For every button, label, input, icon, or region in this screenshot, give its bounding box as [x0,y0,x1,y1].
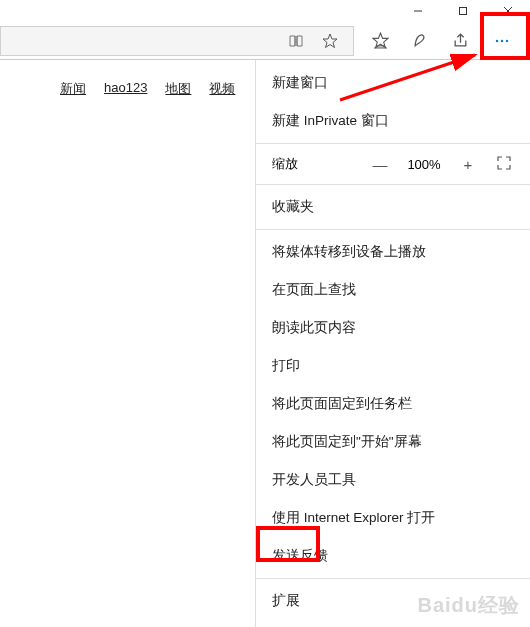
svg-point-7 [501,39,503,41]
address-bar[interactable] [0,26,354,56]
watermark: Baidu经验 [417,592,520,619]
menu-pin-taskbar[interactable]: 将此页面固定到任务栏 [256,385,530,423]
more-menu-button[interactable] [480,23,524,59]
link-hao123[interactable]: hao123 [104,80,147,98]
link-news[interactable]: 新闻 [60,80,86,98]
minimize-button[interactable] [395,0,440,22]
menu-read-aloud[interactable]: 朗读此页内容 [256,309,530,347]
svg-rect-1 [459,8,466,15]
toolbar-actions [360,23,524,59]
zoom-value: 100% [402,157,446,172]
fullscreen-button[interactable] [490,156,518,173]
zoom-out-button[interactable]: — [366,156,394,173]
svg-point-6 [496,39,498,41]
menu-favorites[interactable]: 收藏夹 [256,188,530,226]
menu-feedback[interactable]: 发送反馈 [256,537,530,575]
settings-menu: 新建窗口 新建 InPrivate 窗口 缩放 — 100% + 收藏夹 将媒体… [255,60,530,627]
close-button[interactable] [485,0,530,22]
browser-toolbar [0,22,530,60]
favorite-star-icon[interactable] [313,26,347,56]
link-video[interactable]: 视频 [209,80,235,98]
favorites-hub-icon[interactable] [360,23,400,59]
menu-separator [256,143,530,144]
menu-cast[interactable]: 将媒体转移到设备上播放 [256,233,530,271]
menu-new-window[interactable]: 新建窗口 [256,64,530,102]
menu-zoom-row: 缩放 — 100% + [256,147,530,181]
link-map[interactable]: 地图 [165,80,191,98]
menu-separator [256,578,530,579]
menu-new-inprivate[interactable]: 新建 InPrivate 窗口 [256,102,530,140]
menu-print[interactable]: 打印 [256,347,530,385]
menu-open-ie[interactable]: 使用 Internet Explorer 打开 [256,499,530,537]
svg-point-8 [506,39,508,41]
reading-view-icon[interactable] [279,26,313,56]
zoom-label: 缩放 [272,155,358,173]
menu-separator [256,229,530,230]
notes-icon[interactable] [400,23,440,59]
menu-find[interactable]: 在页面上查找 [256,271,530,309]
menu-separator [256,184,530,185]
share-icon[interactable] [440,23,480,59]
menu-dev-tools[interactable]: 开发人员工具 [256,461,530,499]
menu-whats-new[interactable]: 新增功能和提示 [256,620,530,627]
maximize-button[interactable] [440,0,485,22]
menu-pin-start[interactable]: 将此页固定到"开始"屏幕 [256,423,530,461]
window-titlebar [0,0,530,22]
zoom-in-button[interactable]: + [454,156,482,173]
